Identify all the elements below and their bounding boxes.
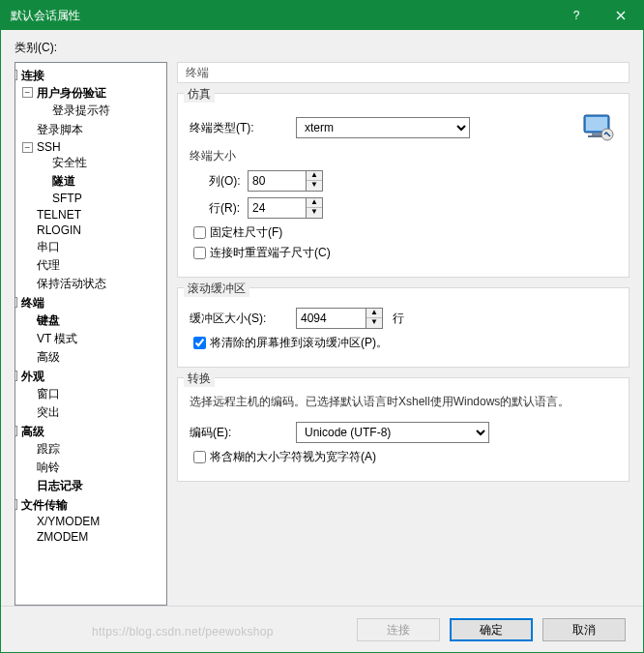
tree-ssh[interactable]: SSH [35, 140, 63, 154]
legend-translation: 转换 [184, 371, 215, 387]
rows-spinner[interactable]: ▲▼ [248, 197, 323, 219]
tree-sftp[interactable]: SFTP [50, 192, 84, 205]
term-size-label: 终端大小 [190, 148, 617, 164]
spin-down-icon[interactable]: ▼ [307, 181, 322, 191]
tree-security[interactable]: 安全性 [50, 156, 89, 169]
tree-login-script[interactable]: 登录脚本 [35, 123, 85, 136]
ambiguous-wide-label: 将含糊的大小字符视为宽字符(A) [210, 449, 376, 465]
tree-keyboard[interactable]: 键盘 [35, 313, 62, 327]
tree-toggle[interactable]: − [15, 371, 17, 381]
tree-trace[interactable]: 跟踪 [35, 442, 62, 456]
rows-label: 行(R): [190, 200, 248, 217]
tree-proxy[interactable]: 代理 [35, 258, 62, 272]
buffer-spinner[interactable]: ▲▼ [296, 308, 383, 329]
cols-spinner[interactable]: ▲▼ [248, 170, 323, 192]
tree-toggle[interactable]: − [15, 499, 17, 510]
tree-toggle[interactable]: − [15, 426, 17, 436]
rows-input[interactable] [248, 197, 306, 219]
help-button[interactable]: ? [554, 1, 599, 30]
push-cleared-label: 将清除的屏幕推到滚动缓冲区(P)。 [210, 335, 388, 351]
term-type-select[interactable]: xterm [296, 117, 470, 138]
tree-zmodem[interactable]: ZMODEM [35, 530, 90, 544]
group-translation: 转换 选择远程主机的编码。已选择默认语言时Xshell使用Windows的默认语… [177, 377, 629, 482]
tree-appearance[interactable]: 外观 [19, 370, 46, 383]
tree-toggle[interactable]: − [22, 142, 33, 153]
group-emulation: 仿真 终端类型(T): xterm [177, 93, 629, 278]
translation-note: 选择远程主机的编码。已选择默认语言时Xshell使用Windows的默认语言。 [190, 394, 617, 410]
spin-down-icon[interactable]: ▼ [366, 318, 382, 328]
tree-serial[interactable]: 串口 [35, 240, 62, 253]
buffer-input[interactable] [296, 308, 366, 329]
close-button[interactable] [599, 1, 643, 30]
ok-button[interactable]: 确定 [450, 618, 533, 641]
svg-rect-1 [586, 117, 607, 131]
spin-down-icon[interactable]: ▼ [307, 208, 322, 218]
cols-label: 列(O): [190, 173, 248, 190]
tree-toggle[interactable]: − [22, 87, 33, 98]
legend-emulation: 仿真 [184, 86, 215, 103]
group-scrollback: 滚动缓冲区 缓冲区大小(S): ▲▼ 行 将清除的屏幕推到滚动缓冲区(P)。 [177, 287, 629, 368]
tree-connection[interactable]: 连接 [19, 69, 46, 82]
buffer-label: 缓冲区大小(S): [190, 311, 296, 327]
tree-auth[interactable]: 用户身份验证 [35, 86, 108, 100]
fixed-cols-label: 固定柱尺寸(F) [210, 224, 282, 241]
tree-telnet[interactable]: TELNET [35, 208, 83, 222]
term-type-label: 终端类型(T): [190, 120, 296, 136]
tree-logging[interactable]: 日志记录 [35, 479, 85, 492]
tree-toggle[interactable]: − [15, 297, 17, 308]
tree-toggle[interactable]: − [15, 70, 17, 80]
panel-header: 终端 [177, 62, 629, 83]
close-icon [616, 11, 626, 20]
legend-scrollback: 滚动缓冲区 [184, 281, 249, 297]
tree-bell[interactable]: 响铃 [35, 460, 62, 474]
buffer-unit: 行 [393, 311, 404, 327]
reset-on-connect-label: 连接时重置端子尺寸(C) [210, 245, 331, 261]
tree-highlight[interactable]: 突出 [35, 405, 62, 419]
tree-advanced[interactable]: 高级 [35, 350, 62, 364]
tree-rlogin[interactable]: RLOGIN [35, 223, 83, 237]
tree-xymodem[interactable]: X/YMODEM [35, 515, 102, 528]
encoding-label: 编码(E): [190, 425, 296, 441]
tree-vtmode[interactable]: VT 模式 [35, 332, 79, 345]
cols-input[interactable] [248, 170, 306, 192]
button-bar: https://blog.csdn.net/peewokshop 连接 确定 取… [1, 606, 643, 652]
tree-login-prompt[interactable]: 登录提示符 [50, 104, 112, 117]
tree-keepalive[interactable]: 保持活动状态 [35, 277, 108, 290]
titlebar: 默认会话属性 ? [1, 1, 643, 30]
monitor-icon[interactable] [582, 113, 617, 142]
tree-advanced2[interactable]: 高级 [19, 425, 46, 438]
push-cleared-checkbox[interactable] [193, 337, 206, 349]
tree-tunnel[interactable]: 隧道 [50, 174, 77, 188]
tree-terminal[interactable]: 终端 [19, 296, 46, 310]
tree-filetransfer[interactable]: 文件传输 [19, 498, 70, 512]
window-title: 默认会话属性 [11, 8, 554, 24]
connect-button[interactable]: 连接 [357, 618, 440, 641]
category-tree[interactable]: −连接 −用户身份验证 登录提示符 登录脚本 −SSH 安全性 隧道 [15, 62, 167, 606]
svg-rect-2 [592, 133, 601, 135]
fixed-cols-checkbox[interactable] [193, 226, 206, 239]
reset-on-connect-checkbox[interactable] [193, 247, 206, 259]
encoding-select[interactable]: Unicode (UTF-8) [296, 422, 489, 443]
tree-window[interactable]: 窗口 [35, 387, 62, 401]
category-label: 类别(C): [15, 40, 629, 56]
ambiguous-wide-checkbox[interactable] [193, 451, 206, 463]
watermark: https://blog.csdn.net/peewokshop [92, 625, 274, 638]
cancel-button[interactable]: 取消 [542, 618, 626, 641]
